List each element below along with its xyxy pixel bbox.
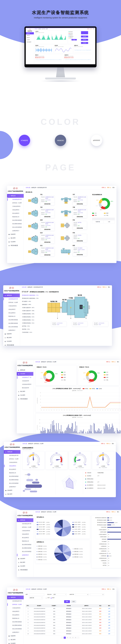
logout-link[interactable]: 退出: [108, 286, 110, 288]
diagnose-link[interactable]: 诊断: [105, 632, 114, 635]
view-device-detail-button[interactable]: 查看设备明细: [40, 228, 54, 231]
alarm-link[interactable]: 报警 (1): [102, 588, 106, 590]
sort-field-select[interactable]: 诊断日期▾: [29, 596, 43, 599]
action-button[interactable]: 特征曲线: [81, 33, 88, 34]
sidebar-item[interactable]: ▣设备管理: [17, 557, 33, 560]
sidebar-item[interactable]: ◈健康监测: [4, 450, 20, 454]
sidebar-item[interactable]: 测点全部采集数据: [7, 226, 24, 229]
view-device-detail-button[interactable]: 查看设备明细: [73, 215, 87, 218]
diagnose-link[interactable]: 诊断: [105, 613, 114, 616]
sidebar-item[interactable]: 故障设备二次诊断: [7, 603, 24, 606]
sidebar-item[interactable]: 已核实故障报告: [4, 461, 20, 464]
search-button[interactable]: 搜索: [64, 600, 70, 603]
sidebar-item[interactable]: 测点预警采集数据: [7, 624, 24, 627]
sidebar-item[interactable]: ◈健康监测: [7, 596, 24, 599]
sidebar-item[interactable]: 测点全部采集数据: [4, 482, 20, 485]
sidebar-item[interactable]: ▤日志管理: [7, 240, 24, 244]
sidebar-item[interactable]: 监测故障统计: [7, 630, 24, 634]
diagnose-link[interactable]: 诊断: [105, 624, 114, 627]
sidebar-item[interactable]: 测点报警采集数据: [3, 318, 20, 322]
page-button[interactable]: 4: [72, 637, 74, 639]
sidebar-item[interactable]: 测点监测状态: [7, 212, 24, 215]
sidebar-item[interactable]: 测点预警采集数据: [7, 222, 24, 226]
view-device-detail-button[interactable]: 查看设备明细: [73, 227, 87, 230]
sidebar-item[interactable]: ▣设备管理: [4, 488, 20, 492]
tool-item[interactable]: 诊断分析: [69, 37, 80, 39]
sidebar-item[interactable]: ⊞系统基础配置: [17, 568, 33, 572]
device-list-item[interactable]: 高温风机（F04）: [22, 328, 42, 331]
page-button[interactable]: ‹: [61, 637, 63, 639]
parts-view-button[interactable]: 部件示意: [81, 39, 88, 41]
logout-link[interactable]: 退出: [93, 28, 94, 29]
sidebar-item[interactable]: 已核实故障报告: [3, 304, 20, 308]
sidebar-item[interactable]: ◎测点管理: [3, 336, 20, 340]
diagnose-link[interactable]: 诊断: [105, 618, 114, 621]
sidebar-item[interactable]: ◈健康监测: [7, 194, 24, 198]
sidebar-item[interactable]: 已核实故障报告: [17, 529, 33, 532]
sidebar-item[interactable]: 已核实故障报告: [7, 606, 24, 610]
sort-asc-radio[interactable]: 升序: [46, 597, 50, 599]
measure-point-card[interactable]: 测点编号L03Y01G03V 测点名称G03V: [51, 321, 66, 326]
diagnose-link[interactable]: 诊断: [105, 616, 114, 618]
sidebar-item[interactable]: 监测故障统计: [4, 485, 20, 488]
sidebar-item[interactable]: ▣设备管理: [3, 332, 20, 336]
sidebar-item[interactable]: 已核实故障报告: [7, 205, 24, 208]
sidebar-item[interactable]: ⊞系统基础配置: [7, 244, 24, 248]
sidebar-item[interactable]: 测点监测状态: [4, 468, 20, 471]
report-no-input[interactable]: [29, 593, 44, 596]
mini-menu-item[interactable]: 测点管理: [26, 36, 34, 39]
warn-link[interactable]: 预警 (1): [106, 443, 110, 444]
clear-button[interactable]: 清空: [71, 600, 76, 603]
mini-menu-item[interactable]: 日志管理: [26, 39, 34, 41]
sidebar-item[interactable]: ⊞系统基础配置: [3, 343, 20, 346]
page-button[interactable]: 5: [74, 637, 76, 639]
view-device-detail-button[interactable]: 查看设备明细: [73, 253, 87, 256]
view-device-detail-button[interactable]: 查看设备明细: [40, 215, 54, 218]
sidebar-item[interactable]: 测点报警采集数据: [7, 218, 24, 222]
sort-desc-radio[interactable]: 降序: [50, 597, 54, 599]
device-list-item[interactable]: 水泥磨主减速器5#（N08）: [22, 309, 42, 312]
sidebar-item[interactable]: ▣设备管理: [17, 372, 33, 376]
diagnose-link[interactable]: 诊断: [105, 621, 114, 624]
sidebar-item[interactable]: 设备智能监测示意: [7, 198, 24, 201]
date-from-input[interactable]: ▦: [75, 593, 89, 596]
sidebar-item[interactable]: 测点全部采集数据: [7, 627, 24, 630]
diagnose-link[interactable]: 诊断: [105, 607, 114, 610]
diagnose-link[interactable]: 诊断: [105, 627, 114, 630]
signal-analysis-button[interactable]: 信号分析: [81, 36, 88, 38]
device-list-item[interactable]: 循环风机（F03）: [22, 325, 42, 328]
warn-link[interactable]: 预警 (1): [107, 187, 111, 188]
device-name-select[interactable]: 全部▾: [52, 593, 67, 596]
alarm-link[interactable]: 报警 (1): [97, 286, 101, 288]
sidebar-item[interactable]: 设备监测状态: [7, 610, 24, 613]
action-button[interactable]: 部件示意: [81, 32, 88, 33]
device-list-item[interactable]: 原料磨辊压机主减速器静辊（Y01）: [22, 294, 42, 297]
sidebar-item[interactable]: 测点预警采集数据: [17, 546, 33, 550]
sidebar-item[interactable]: 测点全部采集数据: [17, 550, 33, 553]
sidebar-item[interactable]: 故障设备二次诊断: [4, 457, 20, 461]
device-list-item[interactable]: 汽轮机发电机（G13）: [22, 331, 42, 334]
page-button[interactable]: 3: [69, 637, 71, 639]
sidebar-item[interactable]: ◈健康监测: [3, 294, 20, 297]
diagnose-link[interactable]: 诊断: [105, 610, 114, 613]
sidebar-item[interactable]: ▤日志管理: [3, 340, 20, 343]
sidebar-item[interactable]: 设备监测状态: [4, 464, 20, 468]
sidebar-item[interactable]: 监测故障统计: [17, 553, 33, 557]
sidebar-item[interactable]: 测点报警采集数据: [17, 543, 33, 546]
page-button[interactable]: 1: [64, 637, 66, 639]
sidebar-item[interactable]: ◈健康监测: [17, 518, 33, 522]
sidebar-item[interactable]: 监测故障统计: [7, 229, 24, 232]
return-button[interactable]: 返回: [72, 39, 77, 40]
device-list-item[interactable]: 水泥磨辊压机静辊（G10）: [22, 316, 42, 318]
sidebar-item[interactable]: 测点报警采集数据: [7, 620, 24, 624]
view-device-detail-button[interactable]: 查看设备明细: [73, 240, 87, 242]
sidebar-item[interactable]: 数采设备管理: [17, 386, 33, 390]
alarm-link[interactable]: 报警 (1): [102, 187, 106, 188]
sidebar-item[interactable]: 测点监测状态: [7, 613, 24, 617]
sidebar-item[interactable]: 数据采集任务: [7, 215, 24, 218]
device-list-item[interactable]: 煤磨减速器（M06）: [22, 303, 42, 306]
sidebar-item[interactable]: ▤日志管理: [7, 642, 24, 644]
device-list-item[interactable]: 水泥磨辊压机静辊（G12）: [22, 322, 42, 325]
page-button[interactable]: 2: [66, 637, 68, 639]
device-list-item[interactable]: 水泥磨辊压机静辊（G11）: [22, 318, 42, 322]
